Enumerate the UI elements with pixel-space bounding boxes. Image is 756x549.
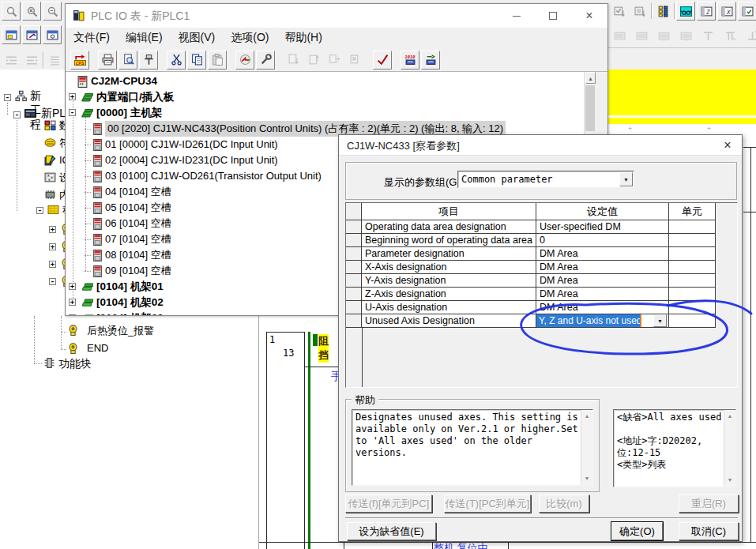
param-value[interactable]: User-specified DM <box>536 220 669 234</box>
tree-expander[interactable]: + <box>49 243 56 250</box>
transfer-verify-button[interactable] <box>610 2 629 21</box>
tree-expander[interactable]: - <box>13 111 21 118</box>
close-button[interactable]: × <box>571 4 607 28</box>
tree-expander[interactable]: - <box>49 278 56 285</box>
io-alloc2-button[interactable] <box>421 51 440 70</box>
tree-item-function-blocks[interactable]: 功能块 <box>58 357 92 371</box>
detail-scrollbar[interactable]: ▲ ▼ <box>724 410 735 487</box>
transfer-pc-button[interactable] <box>284 51 303 70</box>
print-button[interactable] <box>98 51 117 70</box>
tree-expander[interactable]: + <box>49 261 56 268</box>
window-build-button[interactable] <box>22 25 41 44</box>
dialog-close-icon[interactable]: × <box>713 135 742 156</box>
compare-unit-button[interactable]: * <box>325 51 344 70</box>
zoom-button[interactable] <box>2 2 21 21</box>
window-x-button[interactable]: X <box>717 2 736 21</box>
menu-options[interactable]: 选项(O) <box>223 28 276 48</box>
window-z-button[interactable]: Z <box>697 2 716 21</box>
row-selector[interactable] <box>346 288 362 301</box>
watch-window-button[interactable] <box>676 2 695 21</box>
tree-expander[interactable]: - <box>4 94 11 101</box>
param-group-combobox[interactable]: Common parameter ▼ <box>457 171 634 188</box>
menu-view[interactable]: 视图(V) <box>171 28 224 48</box>
io-monitor-button[interactable] <box>632 26 651 45</box>
symbol-table-button[interactable] <box>653 2 672 21</box>
param-value[interactable]: DM Area <box>536 261 669 274</box>
splitter[interactable] <box>258 316 259 549</box>
menu-edit[interactable]: 编辑(E) <box>118 28 171 48</box>
coil-button[interactable] <box>743 26 756 45</box>
cps-button[interactable]: CPS <box>70 51 89 70</box>
io-monitor-button[interactable] <box>654 26 673 45</box>
tree-item-section[interactable]: 后热烫位_报警 <box>87 324 154 338</box>
window-check-button[interactable] <box>738 2 756 21</box>
tree-row[interactable]: + 内置端口/插入板 <box>66 89 596 105</box>
set-default-button[interactable]: 设为缺省值(E) <box>347 522 436 540</box>
copy-button[interactable] <box>187 51 206 70</box>
transfer-unit-button[interactable] <box>304 51 323 70</box>
transfer-to-unit-button[interactable]: 传送(T)[PC到单元] <box>444 494 531 513</box>
dialog-titlebar[interactable]: CJ1W-NC433 [察看参数] × <box>339 135 742 156</box>
param-value[interactable]: DM Area <box>536 274 669 288</box>
pin-button[interactable] <box>139 51 158 70</box>
scroll-up-icon[interactable]: ▲ <box>725 412 735 421</box>
scroll-up-icon[interactable]: ▲ <box>582 412 592 421</box>
tree-row[interactable]: - [0000] 主机架 <box>66 105 596 121</box>
indent-button[interactable] <box>22 51 41 70</box>
io-monitor-button[interactable] <box>610 26 629 45</box>
row-selector[interactable] <box>346 247 362 261</box>
paste-button[interactable] <box>208 51 227 70</box>
chevron-down-icon[interactable]: ▼ <box>619 172 633 186</box>
tree-item-end[interactable]: END <box>87 342 108 354</box>
help-scrollbar[interactable]: ▲ ▼ <box>581 410 592 485</box>
param-value[interactable]: DM Area <box>536 301 669 314</box>
menu-help[interactable]: 帮助(H) <box>276 28 329 48</box>
io-monitor-button[interactable] <box>676 26 695 45</box>
tree-expander[interactable]: + <box>69 93 76 100</box>
row-selector[interactable] <box>346 301 362 314</box>
row-selector[interactable] <box>346 220 362 234</box>
transfer-unit-button[interactable] <box>630 2 649 21</box>
contact-open-button[interactable] <box>698 26 717 45</box>
row-selector[interactable] <box>346 274 362 288</box>
unused-axis-dropdown-value[interactable]: Y, Z and U-axis not used <box>536 314 641 327</box>
tree-expander[interactable]: - <box>36 207 43 214</box>
io-window-titlebar[interactable]: PLC IO 表 - 新PLC1 × <box>66 4 607 28</box>
tree-expander[interactable]: + <box>69 299 76 306</box>
io-alloc-button[interactable]: 1010 <box>401 51 419 70</box>
restart-button[interactable]: 重启(R) <box>679 494 739 513</box>
maximize-button[interactable] <box>535 4 571 28</box>
compare-button[interactable]: 比较(m) <box>539 494 589 513</box>
column-header[interactable]: 单元 <box>669 203 716 220</box>
rung-comment[interactable]: 阻挡 <box>318 334 329 363</box>
contact-close-button[interactable] <box>720 26 739 45</box>
tree-row[interactable]: CJ2M-CPU34 <box>66 73 596 89</box>
verify-button[interactable] <box>373 51 392 70</box>
column-header[interactable]: 设定值 <box>536 203 669 220</box>
tools-button[interactable] <box>256 51 275 70</box>
cancel-button[interactable]: 取消(C) <box>679 522 739 540</box>
list-button[interactable] <box>45 51 64 70</box>
tree-expander[interactable]: + <box>69 314 76 315</box>
row-selector[interactable] <box>346 234 362 247</box>
scroll-down-icon[interactable]: ▼ <box>582 474 592 483</box>
help-textbox[interactable]: Designates unused axes. This setting is … <box>352 409 593 486</box>
cut-button[interactable] <box>167 51 186 70</box>
scroll-up-icon[interactable]: ▲ <box>585 72 596 84</box>
delete-unit-button[interactable] <box>345 51 364 70</box>
row-selector[interactable] <box>346 314 362 328</box>
outdent-button[interactable] <box>2 51 21 70</box>
tree-expander[interactable]: + <box>49 226 56 233</box>
minimize-button[interactable] <box>498 4 535 28</box>
scroll-down-icon[interactable]: ▼ <box>725 476 735 485</box>
param-value[interactable]: 0 <box>536 234 669 247</box>
detail-textbox[interactable]: <缺省>All axes used <地址>字:D20202, 位:12-15 … <box>613 409 736 487</box>
window-find-button[interactable] <box>43 25 62 44</box>
chevron-down-icon[interactable]: ▼ <box>653 314 667 327</box>
scrollbar-thumb[interactable] <box>585 85 595 131</box>
create-button[interactable] <box>235 51 254 70</box>
ok-button[interactable]: 确定(O) <box>611 522 663 540</box>
menu-file[interactable]: 文件(F) <box>66 28 118 48</box>
tree-expander[interactable]: + <box>69 283 76 290</box>
zoom-out-button[interactable] <box>43 2 62 21</box>
